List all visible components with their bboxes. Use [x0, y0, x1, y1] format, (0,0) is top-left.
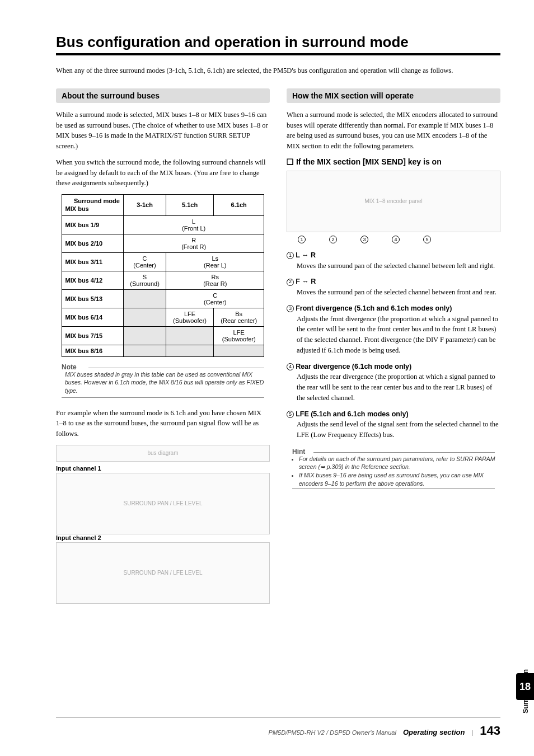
mix-section-image: MIX 1–8 encoder panel: [287, 171, 500, 232]
table-cell: [166, 345, 214, 356]
param-title: Front divergence (5.1ch and 6.1ch modes …: [296, 304, 452, 312]
section-heading-right: How the MIX section will operate: [287, 88, 500, 103]
diagram-label-1: Input channel 1: [56, 465, 270, 472]
param-body: Moves the surround pan of the selected c…: [287, 261, 500, 271]
param-title: LFE (5.1ch and 6.1ch modes only): [296, 410, 408, 418]
left-para-2: When you switch the surround mode, the f…: [56, 157, 270, 189]
table-cell: S (Surround): [123, 271, 166, 289]
right-column: How the MIX section will operate When a …: [287, 88, 500, 604]
param-body: Adjusts the send level of the signal sen…: [287, 419, 500, 440]
footer-manual: PM5D/PM5D-RH V2 / DSP5D Owner's Manual: [269, 729, 396, 736]
table-cell: C (Center): [123, 252, 166, 271]
table-row-header: MIX bus 7/15: [62, 326, 123, 345]
param-title: L ↔ R: [296, 251, 316, 259]
param-title: F ↔ R: [296, 278, 316, 285]
note-text: MIX buses shaded in gray in this table c…: [56, 370, 270, 397]
table-cell: LFE (Subwoofer): [166, 308, 214, 326]
table-cell: Ls (Rear L): [166, 252, 264, 271]
col-header: 3-1ch: [123, 195, 166, 216]
param-number: 1: [287, 252, 294, 259]
param-body: Adjusts the rear divergence (the proport…: [287, 372, 500, 403]
footer-page-number: 143: [480, 724, 500, 738]
table-cell: [123, 308, 166, 326]
param-item: 2 F ↔ RMoves the surround pan of the sel…: [287, 276, 500, 298]
table-row-header: MIX bus 1/9: [62, 215, 123, 234]
param-number: 3: [287, 305, 294, 312]
diagram-channel-2-image: SURROUND PAN / LFE LEVEL: [56, 542, 270, 604]
param-number: 5: [287, 411, 294, 418]
table-row-header: MIX bus 6/14: [62, 308, 123, 326]
hint-block: Hint For details on each of the surround…: [287, 446, 500, 489]
table-cell: LFE (Subwoofer): [213, 326, 264, 345]
table-cell: [123, 345, 166, 356]
intro-paragraph: When any of the three surround modes (3-…: [56, 65, 500, 76]
callout-5: 5: [423, 236, 431, 243]
diagram-label-2: Input channel 2: [56, 534, 270, 541]
table-cell: Bs (Rear center): [213, 308, 264, 326]
diag-top: Surround mode: [65, 197, 120, 205]
diagram-channel-1-image: SURROUND PAN / LFE LEVEL: [56, 473, 270, 534]
section-heading-left: About the surround buses: [56, 88, 270, 103]
callout-2: 2: [329, 236, 337, 243]
param-number: 4: [287, 363, 294, 370]
param-item: 3 Front divergence (5.1ch and 6.1ch mode…: [287, 303, 500, 356]
subheading-mix-send: ❏ If the MIX section [MIX SEND] key is o…: [287, 157, 500, 166]
side-label-wrap: Surround pan: [521, 591, 530, 669]
table-row-header: MIX bus 8/16: [62, 345, 123, 356]
table-row-header: MIX bus 5/13: [62, 289, 123, 308]
param-body: Adjusts the front divergence (the propor…: [287, 314, 500, 356]
table-diag-header: Surround mode MIX bus: [62, 195, 123, 216]
table-row-header: MIX bus 4/12: [62, 271, 123, 289]
surround-bus-table: Surround mode MIX bus 3-1ch 5.1ch 6.1ch …: [62, 194, 265, 357]
param-title: Rear divergence (6.1ch mode only): [296, 363, 411, 370]
param-body: Moves the surround pan of the selected c…: [287, 287, 500, 298]
param-item: 5 LFE (5.1ch and 6.1ch modes only)Adjust…: [287, 409, 500, 440]
signal-flow-diagram: bus diagram Input channel 1 SURROUND PAN…: [56, 445, 270, 604]
col-header: 6.1ch: [213, 195, 264, 216]
left-column: About the surround buses While a surroun…: [56, 88, 270, 604]
callout-3: 3: [360, 236, 368, 243]
table-cell: [123, 289, 166, 308]
table-row-header: MIX bus 3/11: [62, 252, 123, 271]
param-item: 1 L ↔ RMoves the surround pan of the sel…: [287, 250, 500, 271]
chapter-tab: 18: [516, 673, 534, 700]
table-cell: C (Center): [166, 289, 264, 308]
footer-section: Operating section: [403, 728, 465, 736]
table-cell: Rs (Rear R): [166, 271, 264, 289]
hint-item: For details on each of the surround pan …: [299, 455, 500, 471]
right-para-1: When a surround mode is selected, the MI…: [287, 110, 500, 152]
col-header: 5.1ch: [166, 195, 214, 216]
param-number: 2: [287, 279, 294, 286]
callout-4: 4: [392, 236, 400, 243]
page-footer: PM5D/PM5D-RH V2 / DSP5D Owner's Manual O…: [56, 717, 500, 738]
table-cell: L (Front L): [123, 215, 264, 234]
table-cell: [123, 326, 166, 345]
param-item: 4 Rear divergence (6.1ch mode only)Adjus…: [287, 361, 500, 403]
callout-row: 1 2 3 4 5: [287, 236, 500, 243]
note-label: Note: [62, 363, 77, 371]
table-row-header: MIX bus 2/10: [62, 234, 123, 252]
table-cell: [213, 345, 264, 356]
left-para-1: While a surround mode is selected, MIX b…: [56, 110, 270, 152]
title-rule: [56, 53, 500, 55]
hint-label: Hint: [292, 448, 305, 456]
table-cell: R (Front R): [123, 234, 264, 252]
left-para-3: For example when the surround mode is 6.…: [56, 408, 270, 439]
callout-1: 1: [298, 236, 306, 243]
note-block: Note MIX buses shaded in gray in this ta…: [56, 361, 270, 398]
table-cell: [166, 326, 214, 345]
page-title: Bus configuration and operation in surro…: [56, 34, 500, 51]
diag-bottom: MIX bus: [65, 205, 120, 213]
diagram-bus-header-image: bus diagram: [56, 445, 270, 462]
hint-item: If MIX buses 9–16 are being used as surr…: [299, 471, 500, 487]
